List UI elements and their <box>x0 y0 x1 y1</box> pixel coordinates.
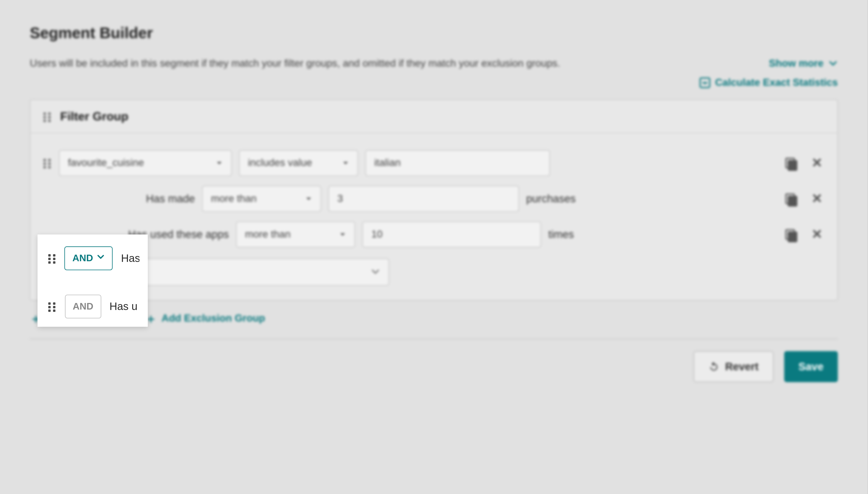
chevron-down-icon <box>828 59 838 69</box>
chevron-down-icon <box>96 253 105 264</box>
filter-row: Has used these apps more than 10 times ✕ <box>36 217 831 252</box>
page-subtitle: Users will be included in this segment i… <box>30 58 560 70</box>
connector-select[interactable]: AND <box>65 246 113 270</box>
filter-suffix-text: purchases <box>526 193 576 205</box>
connector-label: AND <box>72 253 93 264</box>
filter-group-title: Filter Group <box>60 110 128 123</box>
row-text-fragment: Has <box>121 252 140 264</box>
chevron-down-icon <box>371 267 380 277</box>
connector-select[interactable]: AND <box>65 294 101 318</box>
duplicate-button[interactable] <box>784 156 798 170</box>
value-text: italian <box>374 157 400 169</box>
caret-down-icon <box>329 231 346 238</box>
filter-group-panel: Filter Group favourite_cuisine includes … <box>30 99 838 301</box>
count-value: 3 <box>337 193 343 205</box>
delete-button[interactable]: ✕ <box>810 156 824 170</box>
copy-icon <box>785 229 796 240</box>
filter-prefix-text: Has made <box>146 193 195 205</box>
filter-row: favourite_cuisine includes value italian… <box>36 145 831 181</box>
attribute-value: favourite_cuisine <box>68 157 144 169</box>
filter-suffix-text: times <box>548 228 574 241</box>
operator-value: includes value <box>248 157 312 169</box>
count-value: 10 <box>372 228 383 241</box>
value-input[interactable]: italian <box>365 150 550 176</box>
save-button[interactable]: Save <box>784 351 838 382</box>
count-input[interactable]: 3 <box>328 186 519 212</box>
operator-value: more than <box>211 193 256 205</box>
close-icon: ✕ <box>812 228 822 241</box>
duplicate-button[interactable] <box>784 227 798 242</box>
row-text-fragment: Has u <box>109 300 138 313</box>
operator-value: more than <box>245 228 291 241</box>
save-label: Save <box>798 360 824 373</box>
calculate-stats-button[interactable]: Calculate Exact Statistics <box>700 77 838 89</box>
operator-select[interactable]: includes value <box>239 150 358 176</box>
copy-icon <box>785 158 796 168</box>
show-more-label: Show more <box>769 58 824 70</box>
drag-handle-icon[interactable] <box>43 159 52 167</box>
drag-handle-icon[interactable] <box>48 254 56 263</box>
add-exclusion-group-button[interactable]: ＋ Add Exclusion Group <box>145 312 265 324</box>
delete-button[interactable]: ✕ <box>810 227 824 242</box>
duplicate-button[interactable] <box>784 192 798 206</box>
operator-select[interactable]: more than <box>202 186 321 212</box>
attribute-select[interactable]: favourite_cuisine <box>59 150 232 176</box>
add-exclusion-group-label: Add Exclusion Group <box>162 312 265 324</box>
revert-button[interactable]: Revert <box>693 351 773 382</box>
calculate-stats-label: Calculate Exact Statistics <box>715 77 838 89</box>
show-more-link[interactable]: Show more <box>769 58 838 70</box>
close-icon: ✕ <box>812 156 822 170</box>
divider <box>30 339 838 339</box>
connector-label: AND <box>73 301 93 312</box>
caret-down-icon <box>206 159 223 167</box>
undo-icon <box>708 361 719 372</box>
operator-select[interactable]: more than <box>236 222 355 248</box>
highlight-overlay: AND Has AND Has u <box>37 234 148 327</box>
close-icon: ✕ <box>812 192 822 205</box>
caret-down-icon <box>332 159 349 167</box>
count-input[interactable]: 10 <box>362 222 541 248</box>
caret-down-icon <box>296 195 312 203</box>
calculator-icon <box>700 77 710 88</box>
revert-label: Revert <box>725 360 759 373</box>
drag-handle-icon[interactable] <box>43 112 52 120</box>
page-title: Segment Builder <box>30 24 838 42</box>
drag-handle-icon[interactable] <box>48 302 57 311</box>
copy-icon <box>785 193 796 204</box>
delete-button[interactable]: ✕ <box>810 192 824 206</box>
filter-row: Has made more than 3 purchases ✕ <box>36 181 831 216</box>
